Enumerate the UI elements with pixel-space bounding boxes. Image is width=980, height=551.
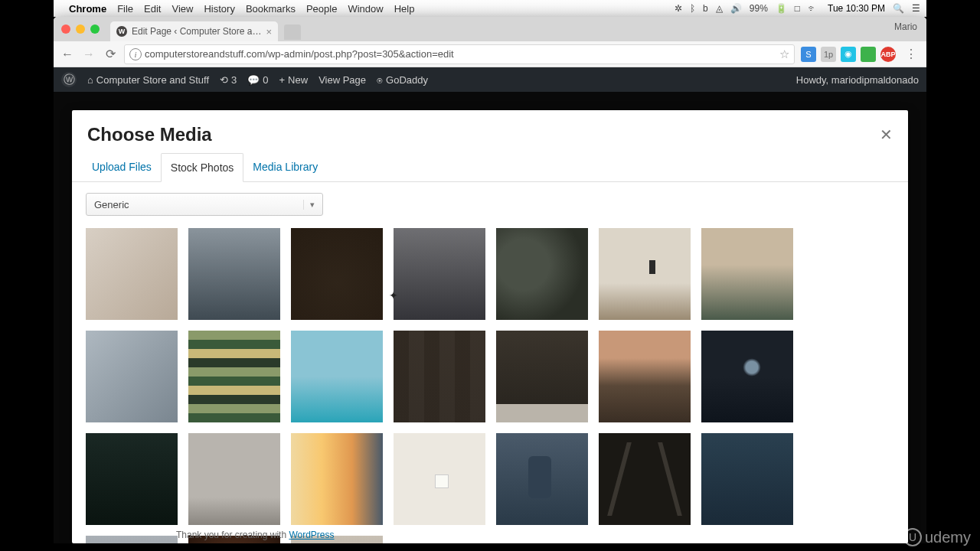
window-controls <box>61 24 100 34</box>
udemy-watermark: U udemy <box>903 528 971 546</box>
stock-photo-thumb[interactable] <box>291 433 383 525</box>
stock-photo-thumb[interactable] <box>599 433 691 525</box>
tab-strip: W Edit Page ‹ Computer Store a… × Mario <box>54 17 926 41</box>
stock-photo-thumb[interactable] <box>291 228 383 320</box>
drive-icon[interactable]: ◬ <box>716 3 723 14</box>
media-modal: Choose Media ✕ Upload Files Stock Photos… <box>72 110 908 543</box>
volume-icon[interactable]: 🔊 <box>730 3 742 14</box>
tab-media-library[interactable]: Media Library <box>243 153 327 181</box>
browser-window: W Edit Page ‹ Computer Store a… × Mario … <box>54 17 926 543</box>
menu-people[interactable]: People <box>306 3 337 15</box>
menu-icon[interactable]: ☰ <box>912 3 920 14</box>
chrome-menu-icon[interactable]: ⋮ <box>902 47 920 61</box>
menu-history[interactable]: History <box>204 3 234 15</box>
stock-photo-thumb[interactable] <box>701 331 793 422</box>
stock-photo-thumb[interactable] <box>86 433 178 525</box>
window-zoom[interactable] <box>90 24 100 34</box>
new-tab-button[interactable] <box>284 24 301 40</box>
spotlight-icon[interactable]: 🔍 <box>893 3 904 14</box>
tab-title: Edit Page ‹ Computer Store a… <box>132 26 261 37</box>
category-dropdown[interactable]: Generic <box>86 193 323 216</box>
chrome-profile[interactable]: Mario <box>894 21 917 32</box>
udemy-logo-icon: U <box>903 528 922 546</box>
url-text: computerstoreandstuff.com/wp-admin/post.… <box>145 48 454 60</box>
stock-photo-thumb[interactable] <box>701 228 793 320</box>
extension-icons: S 1p ◉ ABP <box>801 47 896 62</box>
stock-photo-thumb[interactable] <box>496 331 588 422</box>
bookmark-star-icon[interactable]: ☆ <box>779 47 789 61</box>
battery-percent[interactable]: 99% <box>750 3 768 14</box>
reload-button[interactable]: ⟳ <box>103 47 118 61</box>
wp-comments[interactable]: 💬0 <box>247 74 268 86</box>
app-name[interactable]: Chrome <box>69 3 106 15</box>
menu-edit[interactable]: Edit <box>144 3 161 15</box>
stock-photo-thumb[interactable] <box>394 331 485 422</box>
stock-photo-thumb[interactable] <box>188 228 280 320</box>
menu-window[interactable]: Window <box>348 3 383 15</box>
tab-close-icon[interactable]: × <box>266 26 272 37</box>
app-icon-b[interactable]: b <box>703 3 708 14</box>
stock-photo-thumb[interactable] <box>599 331 691 422</box>
modal-header: Choose Media ✕ <box>72 110 908 153</box>
address-bar[interactable]: i computerstoreandstuff.com/wp-admin/pos… <box>124 44 795 64</box>
wordpress-logo-icon[interactable]: ⓦ <box>61 72 77 87</box>
stock-photo-thumb[interactable] <box>188 331 280 422</box>
wp-view-page[interactable]: View Page <box>318 74 366 86</box>
stock-photo-thumb[interactable] <box>599 228 691 320</box>
modal-body: Generic <box>72 182 908 543</box>
forward-button: → <box>81 47 96 61</box>
dropdown-value: Generic <box>94 199 129 210</box>
modal-title: Choose Media <box>87 124 212 145</box>
wordpress-link[interactable]: WordPress <box>289 530 334 540</box>
wp-admin-bar: ⓦ ⌂Computer Store and Stuff ⟲3 💬0 +New V… <box>54 67 926 92</box>
tab-upload-files[interactable]: Upload Files <box>83 153 161 181</box>
close-icon[interactable]: ✕ <box>880 126 893 144</box>
wp-footer: Thank you for creating with WordPress <box>176 530 335 540</box>
extension-icon-4[interactable] <box>861 47 876 62</box>
stock-photo-thumb[interactable] <box>496 228 588 320</box>
wp-content: Choose Media ✕ Upload Files Stock Photos… <box>54 92 926 543</box>
stock-photo-grid <box>86 228 894 543</box>
bluetooth-icon[interactable]: ᛒ <box>690 3 695 14</box>
stock-photo-thumb[interactable] <box>701 433 793 525</box>
brightness-icon[interactable]: ✲ <box>675 3 682 14</box>
menu-bookmarks[interactable]: Bookmarks <box>246 3 296 15</box>
window-close[interactable] <box>61 24 70 34</box>
back-button[interactable]: ← <box>60 47 75 61</box>
menu-view[interactable]: View <box>172 3 193 15</box>
browser-toolbar: ← → ⟳ i computerstoreandstuff.com/wp-adm… <box>54 41 926 67</box>
tab-stock-photos[interactable]: Stock Photos <box>161 153 244 182</box>
stock-photo-thumb[interactable] <box>86 536 178 543</box>
wp-updates[interactable]: ⟲3 <box>220 74 237 86</box>
menu-help[interactable]: Help <box>394 3 415 15</box>
stock-photo-thumb[interactable] <box>188 433 280 525</box>
battery-icon[interactable]: 🔋 <box>776 3 787 14</box>
wifi-icon[interactable]: ᯤ <box>808 3 817 14</box>
wp-godaddy[interactable]: ⍟GoDaddy <box>377 74 428 86</box>
stock-photo-thumb[interactable] <box>86 331 178 422</box>
wp-new[interactable]: +New <box>279 74 309 86</box>
tv-icon[interactable]: □ <box>795 3 800 14</box>
stock-photo-thumb[interactable] <box>86 228 178 320</box>
extension-icon-3[interactable]: ◉ <box>841 47 856 62</box>
modal-tabs: Upload Files Stock Photos Media Library <box>72 153 908 182</box>
stock-photo-thumb[interactable] <box>496 433 588 525</box>
extension-icon-1[interactable]: S <box>801 47 816 62</box>
udemy-text: udemy <box>925 529 971 546</box>
wordpress-favicon: W <box>116 26 127 37</box>
wp-howdy[interactable]: Howdy, mariodipmaldonado <box>796 74 919 86</box>
site-info-icon[interactable]: i <box>129 48 142 60</box>
adblock-icon[interactable]: ABP <box>880 47 896 62</box>
stock-photo-thumb[interactable] <box>291 331 383 422</box>
stock-photo-thumb[interactable] <box>394 228 485 320</box>
browser-tab[interactable]: W Edit Page ‹ Computer Store a… × <box>110 21 278 41</box>
wp-site-link[interactable]: ⌂Computer Store and Stuff <box>87 74 209 86</box>
menu-file[interactable]: File <box>117 3 133 15</box>
clock[interactable]: Tue 10:30 PM <box>828 3 885 14</box>
window-minimize[interactable] <box>76 24 85 34</box>
extension-icon-2[interactable]: 1p <box>821 47 836 62</box>
mac-menubar: Chrome File Edit View History Bookmarks … <box>54 0 926 17</box>
stock-photo-thumb[interactable] <box>394 433 485 525</box>
